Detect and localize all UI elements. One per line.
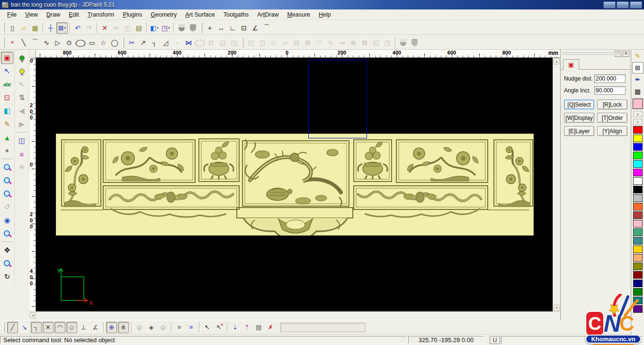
swap-color-icon[interactable]: ⇅ — [16, 91, 28, 104]
color-swatch[interactable] — [633, 280, 643, 287]
select-tool-icon[interactable]: ▣ — [1, 52, 13, 64]
menu-item-edit[interactable]: Edit — [64, 10, 83, 19]
minimize-button[interactable] — [603, 1, 616, 9]
menu-item-toolpaths[interactable]: Toolpaths — [219, 10, 253, 19]
menu-item-transform[interactable]: Transform — [83, 10, 119, 19]
undo-icon[interactable]: ↶ — [72, 22, 83, 34]
shield-solid-icon[interactable] — [187, 22, 198, 34]
menu-item-artdraw[interactable]: ArtDraw — [253, 10, 283, 19]
dropdown-arrow-icon[interactable]: ▾ — [168, 26, 170, 30]
toolbar-grip[interactable] — [3, 37, 5, 48]
horizontal-scrollbar[interactable]: ◄ — [29, 311, 560, 318]
color-swatch[interactable] — [633, 186, 643, 193]
prev-view-icon[interactable]: ◀ — [16, 105, 28, 117]
scroll-down-icon[interactable]: ▼ — [554, 305, 560, 311]
color-swatch[interactable] — [633, 126, 643, 134]
snap-options-icon[interactable]: ▤ — [253, 322, 264, 333]
fillet-icon[interactable]: ╮ — [149, 37, 160, 48]
color-swatch[interactable] — [633, 245, 643, 253]
measure-path-icon[interactable]: ∟ — [227, 22, 238, 34]
layers-icon[interactable]: ◫ — [16, 135, 28, 147]
toolbar-grip[interactable] — [122, 37, 124, 48]
refresh-view-icon[interactable]: ↺ — [1, 201, 13, 213]
delete-icon[interactable]: ✕ — [99, 22, 110, 34]
close-button[interactable] — [630, 1, 642, 9]
array-mirror-icon[interactable]: ◫ — [257, 37, 268, 48]
palette-edit-icon[interactable]: ▩ — [632, 86, 644, 97]
menu-item-view[interactable]: View — [21, 10, 42, 19]
view-plane-xy-icon[interactable]: ◇ — [134, 322, 145, 333]
palette-scroll-up-icon[interactable]: ▲ — [633, 111, 643, 117]
menu-item-file[interactable]: File — [3, 10, 21, 19]
snap-center-icon[interactable]: ⊕ — [106, 322, 117, 333]
t-order-button[interactable]: [T]Order — [597, 113, 627, 123]
save-file-icon[interactable]: ▦ — [29, 22, 41, 34]
e-layer-button[interactable]: [E]Layer — [564, 126, 594, 136]
array-shear-icon[interactable]: ▱ — [279, 37, 291, 48]
array-scale-icon[interactable]: ⊟ — [291, 37, 302, 48]
chamfer-icon[interactable]: ◿ — [160, 37, 171, 48]
color-swatch[interactable] — [633, 228, 643, 236]
menu-item-geometry[interactable]: Geometry — [146, 10, 181, 19]
view-all-icon[interactable]: ◉ — [1, 214, 13, 227]
measure-arc-icon[interactable]: ⌒ — [261, 22, 272, 34]
pen-color-icon[interactable]: ✎ — [632, 50, 644, 62]
align-symmetric-icon[interactable]: ⊠ — [359, 37, 370, 48]
color-swatch[interactable] — [633, 271, 643, 279]
menu-item-art-surface[interactable]: Art Surface — [181, 10, 219, 19]
array-arc-icon[interactable]: ◠ — [313, 37, 325, 48]
snap-quadrant-icon[interactable]: ◇ — [66, 322, 77, 333]
draw-circle-icon[interactable]: ⊙ — [63, 37, 75, 48]
view-3d-icon[interactable]: ◳▾ — [160, 22, 171, 34]
selection-rectangle[interactable] — [308, 60, 367, 138]
dropdown-arrow-icon[interactable]: ▾ — [157, 26, 159, 30]
ungroup-icon[interactable]: ◳ — [382, 37, 393, 48]
w-display-button[interactable]: [W]Display — [564, 113, 594, 123]
selection-box-tool-icon[interactable]: ⊠▾ — [56, 22, 68, 34]
r-lock-button[interactable]: [R]Lock — [597, 100, 627, 109]
new-document-icon[interactable]: ▯ — [7, 22, 18, 34]
eyedropper-icon[interactable]: ✒ — [632, 74, 644, 85]
array-rotate-icon[interactable]: ◇ — [268, 37, 279, 48]
array-grid-icon[interactable]: ⊞ — [302, 37, 313, 48]
draw-line-icon[interactable]: ╲ — [18, 37, 29, 48]
open-file-icon[interactable]: ▱ — [18, 22, 29, 34]
color-fill-icon[interactable]: ◧▾ — [149, 22, 160, 34]
light-dim-icon[interactable] — [16, 65, 28, 77]
array-curve-icon[interactable]: ∿ — [325, 37, 336, 48]
canvas[interactable]: Y X — [36, 58, 553, 311]
toolbar-grip[interactable] — [3, 23, 5, 33]
snap-coordinate-icon[interactable]: ⋔ — [118, 322, 129, 333]
vertical-scrollbar[interactable]: ▲ ▼ — [553, 58, 560, 311]
text-tool-icon[interactable]: abc — [1, 78, 13, 91]
toolbar-grip[interactable] — [3, 322, 5, 333]
measure-box-icon[interactable]: ⊡ — [238, 22, 250, 34]
cut-icon[interactable]: ✂ — [110, 22, 122, 34]
color-swatch[interactable] — [633, 211, 643, 219]
snap-nearest-icon[interactable]: ↘ — [19, 322, 30, 333]
view-plane-iso-icon[interactable]: ◈ — [146, 322, 157, 333]
group-icon[interactable]: ◱ — [370, 37, 382, 48]
snap-perpendicular-icon[interactable]: ⊥ — [78, 322, 89, 333]
shield-relief-icon[interactable] — [176, 22, 187, 34]
offset-icon[interactable]: ▫ — [171, 37, 183, 48]
node-edit-tool-icon[interactable]: ↖ — [1, 65, 13, 77]
project-down-icon[interactable]: ≡ — [174, 322, 185, 333]
color-swatch[interactable] — [633, 135, 643, 142]
scroll-left-icon[interactable]: ◄ — [30, 312, 36, 318]
next-view-icon[interactable]: ▶ — [16, 118, 28, 130]
menu-item-measure[interactable]: Measure — [283, 10, 314, 19]
color-swatch[interactable] — [633, 143, 643, 151]
draw-arc-icon[interactable]: ⌒ — [29, 37, 41, 48]
array-path-icon[interactable]: ↝ — [336, 37, 348, 48]
redo-icon[interactable]: ↷ — [83, 22, 95, 34]
color-swatch[interactable] — [633, 152, 643, 159]
shield-relief2-icon[interactable] — [397, 37, 409, 48]
snap-extract-icon[interactable]: ⇡ — [242, 322, 252, 333]
menu-item-plugins[interactable]: Plugins — [118, 10, 146, 19]
drill-tool-icon[interactable]: ⌖ — [1, 145, 13, 157]
artwork-relief-panel[interactable] — [56, 134, 534, 236]
zoom-object-icon[interactable] — [1, 227, 13, 240]
scroll-up-icon[interactable]: ▲ — [554, 58, 560, 64]
zoom-scale-icon[interactable]: 1 — [1, 257, 13, 270]
